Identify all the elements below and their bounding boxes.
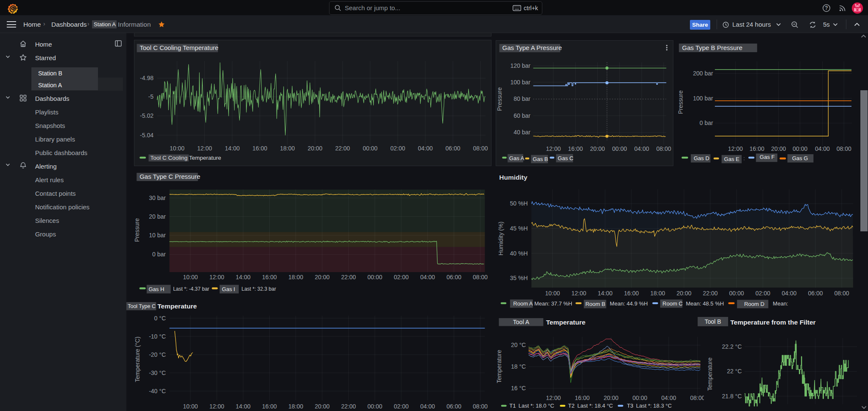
- svg-text:Tool Type C: Tool Type C: [128, 303, 156, 309]
- svg-text:Mean: 48.5 %H: Mean: 48.5 %H: [686, 300, 724, 307]
- svg-text:T2: T2: [568, 403, 575, 409]
- svg-text:22 °C: 22 °C: [727, 368, 742, 375]
- svg-text:Temperature: Temperature: [157, 303, 197, 310]
- svg-text:18:00: 18:00: [288, 274, 303, 280]
- svg-text:10:00: 10:00: [183, 274, 198, 280]
- svg-text:35 %H: 35 %H: [510, 275, 527, 281]
- svg-text:-40 °C: -40 °C: [149, 388, 166, 394]
- svg-text:22:00: 22:00: [335, 145, 350, 152]
- svg-text:08:00: 08:00: [473, 274, 488, 280]
- svg-text:Room C: Room C: [662, 300, 683, 307]
- svg-text:08:00: 08:00: [473, 145, 488, 152]
- svg-text:Gas C: Gas C: [558, 155, 573, 161]
- svg-text:Gas Type A Pressure: Gas Type A Pressure: [502, 44, 562, 51]
- svg-text:14:00: 14:00: [225, 145, 240, 152]
- svg-text:Tool C Cooling Temperature: Tool C Cooling Temperature: [140, 44, 218, 51]
- svg-text:04:00: 04:00: [634, 145, 649, 152]
- svg-text:12:00: 12:00: [546, 145, 561, 152]
- svg-text:Temperature: Temperature: [706, 357, 713, 391]
- svg-text:T1: T1: [509, 403, 516, 409]
- svg-text:16:00: 16:00: [262, 403, 277, 410]
- svg-text:00:00: 00:00: [367, 274, 382, 280]
- svg-text:Room A: Room A: [513, 300, 533, 307]
- svg-text:12:00: 12:00: [209, 274, 224, 280]
- svg-text:16:00: 16:00: [624, 290, 639, 297]
- svg-text:08:00: 08:00: [656, 145, 671, 152]
- svg-text:06:00: 06:00: [445, 145, 460, 152]
- svg-text:Gas Type C Pressure: Gas Type C Pressure: [140, 173, 200, 180]
- svg-text:08:00: 08:00: [834, 290, 849, 297]
- svg-text:-4.98: -4.98: [140, 75, 154, 81]
- svg-text:18:00: 18:00: [288, 403, 303, 410]
- svg-text:Mean: 37.7 %H: Mean: 37.7 %H: [534, 300, 572, 307]
- svg-text:10 bar: 10 bar: [149, 232, 166, 239]
- svg-text:40 %H: 40 %H: [510, 250, 527, 257]
- svg-text:08:00: 08:00: [473, 403, 488, 410]
- svg-text:Gas A: Gas A: [509, 155, 524, 161]
- svg-text:20:00: 20:00: [315, 274, 329, 280]
- svg-text:45 %H: 45 %H: [510, 225, 527, 232]
- svg-text:-10 °C: -10 °C: [149, 333, 166, 340]
- svg-text:-5.02: -5.02: [140, 112, 154, 119]
- svg-text:Gas H: Gas H: [149, 286, 165, 292]
- svg-text:00:00: 00:00: [793, 145, 807, 152]
- svg-text:16:00: 16:00: [750, 145, 765, 152]
- svg-text:Pressure: Pressure: [134, 218, 140, 242]
- svg-text:02:00: 02:00: [394, 274, 409, 280]
- svg-text:02:00: 02:00: [394, 403, 409, 410]
- svg-text:16:00: 16:00: [252, 145, 267, 152]
- svg-text:04:00: 04:00: [661, 394, 676, 401]
- svg-text:0 bar: 0 bar: [700, 119, 713, 126]
- svg-text:Humidity: Humidity: [499, 174, 527, 181]
- svg-text:Temperature (°C): Temperature (°C): [134, 336, 141, 382]
- svg-text:10:00: 10:00: [183, 403, 198, 410]
- svg-text:Mean:: Mean:: [773, 300, 788, 307]
- svg-text:00:00: 00:00: [363, 145, 377, 152]
- svg-text:-30 °C: -30 °C: [149, 369, 166, 376]
- svg-text:-20 °C: -20 °C: [149, 351, 166, 358]
- svg-text:20:00: 20:00: [771, 145, 786, 152]
- svg-text::: :: [743, 155, 745, 161]
- svg-text:Gas D: Gas D: [694, 155, 709, 161]
- svg-text:18:00: 18:00: [280, 145, 295, 152]
- svg-text:16 °C: 16 °C: [511, 385, 526, 392]
- svg-text:Pressure: Pressure: [496, 87, 503, 111]
- svg-text:22:00: 22:00: [703, 290, 717, 297]
- svg-text:Mean: 44.9 %H: Mean: 44.9 %H: [610, 300, 648, 307]
- svg-text:Gas B: Gas B: [533, 156, 548, 162]
- svg-text:Tool A: Tool A: [513, 319, 530, 325]
- svg-text:Last *: 18.0 °C: Last *: 18.0 °C: [519, 403, 554, 409]
- svg-text:20 °C: 20 °C: [511, 342, 526, 348]
- svg-text:04:00: 04:00: [418, 145, 433, 152]
- svg-text:-5.04: -5.04: [140, 132, 154, 139]
- svg-text:20:00: 20:00: [315, 403, 329, 410]
- svg-text:Temperature: Temperature: [546, 319, 586, 326]
- svg-text:08:00: 08:00: [837, 145, 851, 152]
- svg-text:Gas G: Gas G: [792, 155, 808, 161]
- svg-text:60 bar: 60 bar: [514, 112, 530, 119]
- svg-text:20:00: 20:00: [307, 145, 322, 152]
- svg-text:Gas F: Gas F: [760, 154, 775, 160]
- svg-text:Temperature: Temperature: [496, 350, 502, 383]
- svg-text:?: ?: [825, 5, 828, 11]
- svg-text:06:00: 06:00: [808, 290, 823, 297]
- svg-text:21.8 °C: 21.8 °C: [722, 393, 742, 400]
- svg-text:Gas E: Gas E: [724, 156, 740, 162]
- svg-text:Tool B: Tool B: [705, 318, 721, 325]
- svg-text:12:00: 12:00: [197, 145, 212, 152]
- svg-text:22:00: 22:00: [341, 403, 356, 410]
- svg-text:20:00: 20:00: [590, 145, 605, 152]
- svg-text:04:00: 04:00: [420, 403, 435, 410]
- svg-text:10:00: 10:00: [545, 290, 560, 297]
- svg-text:Gas I: Gas I: [222, 286, 235, 292]
- svg-text:16:00: 16:00: [262, 274, 277, 280]
- svg-text:Room B: Room B: [585, 301, 605, 307]
- svg-text:Humidity (%): Humidity (%): [497, 222, 504, 255]
- svg-text:06:00: 06:00: [447, 274, 461, 280]
- svg-text:Last *: -4.37 bar: Last *: -4.37 bar: [173, 286, 209, 292]
- svg-text:20:00: 20:00: [676, 290, 691, 297]
- svg-text:Room D: Room D: [744, 301, 765, 307]
- svg-text:Last *: 32.3 bar: Last *: 32.3 bar: [242, 286, 276, 292]
- svg-text:Last *: 18.3 °C: Last *: 18.3 °C: [636, 403, 672, 409]
- svg-text:-5: -5: [148, 93, 154, 100]
